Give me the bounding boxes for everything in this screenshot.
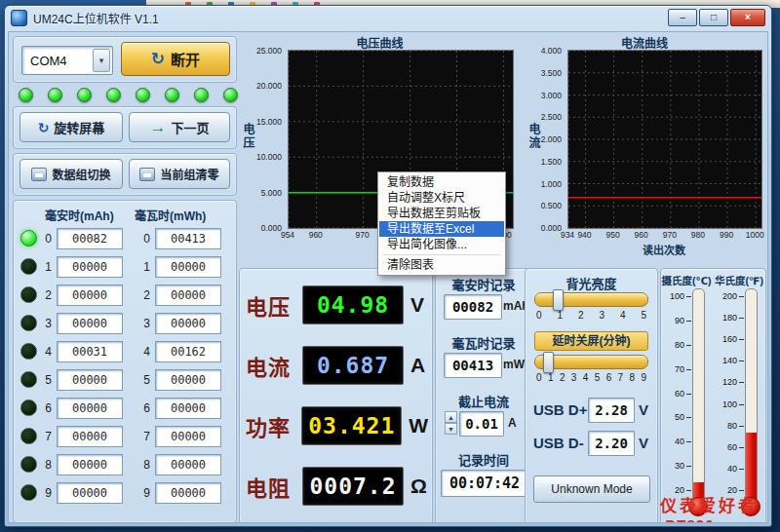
status-dot-3: [106, 88, 121, 102]
thermo-tick-label: 140: [716, 357, 737, 365]
group-led-3[interactable]: [20, 315, 37, 331]
current-chart-plot-area[interactable]: [567, 50, 762, 229]
rotate-icon: ↻: [38, 121, 50, 134]
group-mwh-value: 00000: [155, 285, 221, 306]
slider-tick-label: 1: [548, 372, 554, 383]
desktop: { "window": { "title": "UM24C上位机软件 V1.1"…: [0, 0, 780, 532]
spinner-up-icon[interactable]: ▲: [445, 411, 457, 423]
readout-label: 电阻: [246, 471, 302, 502]
records-panel: 毫安时记录 00082 mAh 毫瓦时记录 00413 mWh 截止电流 ▲ ▼…: [435, 268, 532, 523]
celsius-thermometer-tube: [692, 288, 705, 505]
group-led-4[interactable]: [20, 343, 37, 360]
group-row-3: 300000300000: [14, 309, 236, 337]
screen-off-slider-track[interactable]: [534, 355, 648, 369]
spinner-down-icon[interactable]: ▼: [445, 423, 457, 435]
group-mah-value: 00000: [57, 454, 123, 475]
x-tick-label: 940: [570, 230, 598, 240]
cutoff-spinner[interactable]: ▲ ▼: [445, 411, 457, 435]
backlight-slider-thumb[interactable]: [553, 289, 564, 311]
status-dot-2: [77, 88, 92, 102]
group-led-6[interactable]: [20, 399, 37, 416]
group-mwh-value: 00000: [155, 426, 221, 447]
x-tick-label: 980: [684, 230, 712, 240]
group-led-8[interactable]: [20, 456, 37, 473]
cutoff-current-value[interactable]: 0.01: [459, 411, 504, 437]
group-index: 5: [37, 373, 52, 387]
group-mwh-value: 00000: [155, 482, 221, 504]
slider-tick-label: 1: [557, 310, 563, 321]
usb-dminus-unit: V: [639, 435, 648, 451]
maximize-button[interactable]: □: [699, 9, 728, 26]
thermo-tick-label: 60: [663, 390, 684, 399]
mah-record-value: 00082: [444, 294, 502, 320]
status-dot-6: [194, 88, 209, 102]
rotate-screen-button[interactable]: ↻ 旋转屏幕: [20, 112, 123, 142]
slider-tick-label: 3: [571, 372, 577, 383]
cutoff-current-unit: A: [508, 416, 517, 430]
group-mah-value: 00000: [57, 313, 123, 334]
window-title: UM24C上位机软件 V1.1: [33, 10, 668, 26]
group-row-6: 600000600000: [14, 394, 236, 422]
slider-tick-label: 5: [595, 372, 601, 383]
readout-unit: W: [409, 414, 428, 437]
group-index: 8: [37, 458, 52, 472]
y-tick-label: 15.000: [247, 117, 282, 127]
disconnect-label: 断开: [171, 49, 200, 69]
mwh-header: 毫瓦时(mWh): [135, 207, 206, 223]
y-tick-label: 2.500: [532, 112, 562, 122]
current-chart-x-axis-label: 读出次数: [567, 242, 760, 257]
status-dot-7: [223, 88, 238, 102]
dropdown-arrow-icon[interactable]: ▾: [93, 49, 110, 72]
group-led-9[interactable]: [20, 484, 37, 501]
readout-row-2: 功率03.421W: [246, 396, 428, 456]
groups-panel: 毫安时(mAh) 毫瓦时(mWh) 0000820004131000001000…: [13, 200, 237, 523]
client-area: COM4 ▾ ↻ 断开 ↻ 旋转屏幕 → 下一页 数据组切换: [8, 31, 768, 523]
minimize-button[interactable]: –: [668, 9, 697, 26]
menu-item-2[interactable]: 导出数据至剪贴板: [379, 206, 504, 221]
screen-off-slider-scale: 0123456789: [534, 372, 648, 383]
group-mah-value: 00000: [57, 256, 123, 278]
mode-button[interactable]: Unknown Mode: [533, 475, 650, 503]
group-mwh-value: 00162: [155, 341, 221, 362]
app-window: UM24C上位机软件 V1.1 – □ × COM4 ▾ ↻ 断开 ↻ 旋转屏幕: [4, 5, 772, 527]
group-led-0[interactable]: [20, 230, 37, 247]
usb-dplus-label: USB D+: [533, 401, 587, 418]
group-index: 4: [37, 345, 52, 359]
group-clear-button[interactable]: 当前组清零: [129, 159, 230, 189]
backlight-slider-track[interactable]: [534, 292, 648, 307]
group-index: 0: [37, 232, 52, 246]
screen-off-slider-thumb[interactable]: [543, 352, 554, 373]
readout-unit: A: [410, 354, 425, 377]
group-led-1[interactable]: [20, 258, 37, 275]
status-dots: [19, 88, 238, 102]
watermark-url: DT830.com: [652, 516, 765, 523]
thermo-tick-label: 40: [716, 465, 737, 474]
menu-item-4[interactable]: 导出简化图像...: [379, 237, 504, 252]
disconnect-button[interactable]: ↻ 断开: [121, 42, 230, 76]
menu-item-3[interactable]: 导出数据至Excel: [379, 221, 504, 237]
group-mwh-value: 00413: [155, 228, 221, 249]
group-index: 9: [37, 486, 52, 500]
group-switch-button[interactable]: 数据组切换: [20, 159, 123, 189]
temperature-panel: 摄氏度(℃) 华氏度(℉) 1009080706050403020 200180…: [660, 268, 766, 523]
com-port-select[interactable]: COM4 ▾: [21, 46, 113, 75]
menu-item-6[interactable]: 清除图表: [379, 257, 504, 273]
group-index: 7: [37, 430, 52, 443]
group-mwh-value: 00000: [155, 313, 221, 334]
titlebar[interactable]: UM24C上位机软件 V1.1 – □ ×: [5, 6, 771, 29]
menu-item-1[interactable]: 自动调整X标尺: [379, 190, 504, 206]
thermo-tick-label: 120: [716, 378, 737, 387]
group-led-7[interactable]: [20, 428, 37, 444]
group-led-2[interactable]: [20, 286, 37, 303]
next-page-button[interactable]: → 下一页: [129, 112, 230, 142]
watermark: 仪表爱好者 DT830.com: [652, 492, 765, 523]
thermo-tick-label: 70: [663, 365, 684, 374]
group-mah-value: 00000: [57, 369, 123, 391]
close-button[interactable]: ×: [730, 9, 765, 26]
group-buttons-panel: 数据组切换 当前组清零: [13, 153, 237, 196]
menu-item-0[interactable]: 复制数据: [379, 174, 504, 190]
group-led-5[interactable]: [20, 371, 37, 388]
y-tick-label: 5.000: [247, 188, 282, 198]
status-dot-5: [165, 88, 179, 102]
rotate-label: 旋转屏幕: [54, 118, 104, 136]
